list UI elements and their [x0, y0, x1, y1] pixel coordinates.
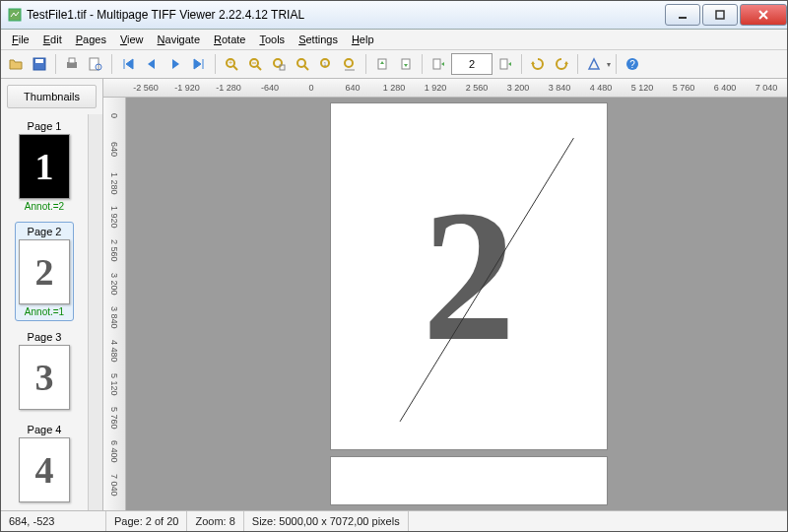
thumbnail-image: 1 [19, 134, 70, 199]
goto-page-icon[interactable] [427, 53, 449, 75]
menubar: File Edit Pages View Navigate Rotate Too… [1, 30, 787, 50]
trial-line-icon [331, 103, 607, 449]
help-icon[interactable]: ? [622, 53, 643, 75]
print-preview-icon[interactable] [85, 53, 106, 75]
page-number-input[interactable] [451, 53, 492, 75]
status-coords: 684, -523 [1, 511, 106, 531]
separator [521, 54, 522, 74]
separator [577, 54, 578, 74]
zoom-region-icon[interactable] [268, 53, 290, 75]
next-page-icon[interactable] [164, 53, 186, 75]
page-up-icon[interactable] [371, 53, 393, 75]
thumbnail[interactable]: Page 22Annot.=1 [15, 222, 74, 321]
page-preview[interactable]: 2 [330, 102, 608, 450]
status-page: Page: 2 of 20 [106, 511, 187, 531]
open-icon[interactable] [5, 53, 27, 75]
body: Thumbnails Page 11Annot.=2Page 22Annot.=… [1, 79, 787, 510]
close-button[interactable] [740, 4, 787, 26]
separator [422, 54, 423, 74]
thumbnail-image: 3 [19, 345, 70, 410]
prev-page-icon[interactable] [141, 53, 163, 75]
status-zoom: Zoom: 8 [187, 511, 243, 531]
svg-rect-26 [433, 59, 440, 69]
rotate-left-icon[interactable] [527, 53, 549, 75]
sidebar: Thumbnails Page 11Annot.=2Page 22Annot.=… [1, 79, 103, 510]
menu-file[interactable]: File [5, 32, 36, 47]
thumbnail-image: 2 [19, 239, 70, 304]
separator [365, 54, 366, 74]
svg-line-12 [233, 66, 237, 70]
zoom-actual-icon[interactable]: 1 [315, 53, 337, 75]
ruler-vertical: 06401 2801 9202 5603 2003 8404 4805 1205… [103, 98, 126, 510]
status-size: Size: 5000,00 x 7072,00 pixels [244, 511, 409, 531]
svg-text:?: ? [629, 59, 635, 70]
svg-line-30 [400, 138, 573, 422]
svg-point-17 [274, 59, 282, 67]
svg-rect-27 [500, 59, 507, 69]
titlebar[interactable]: TestFile1.tif - Multipage TIFF Viewer 2.… [1, 1, 787, 30]
ruler-horizontal: -2 560-1 920-1 280-64006401 2801 9202 56… [103, 79, 787, 98]
separator [616, 54, 617, 74]
zoom-out-icon[interactable] [244, 53, 266, 75]
separator [215, 54, 216, 74]
svg-point-23 [345, 59, 353, 67]
zoom-width-icon[interactable] [339, 53, 361, 75]
thumbnails-header[interactable]: Thumbnails [7, 85, 97, 108]
svg-line-20 [304, 66, 308, 70]
thumbnail-annot: Annot.=1 [19, 306, 70, 317]
svg-rect-2 [716, 11, 724, 19]
toolbar: + 1 ▾ ? [1, 50, 787, 79]
statusbar: 684, -523 Page: 2 of 20 Zoom: 8 Size: 50… [1, 510, 787, 531]
thumbnail-label: Page 4 [19, 424, 70, 435]
menu-view[interactable]: View [113, 32, 151, 47]
separator [111, 54, 112, 74]
sidebar-scrollbar[interactable] [88, 114, 102, 510]
page-down-icon[interactable] [395, 53, 417, 75]
svg-rect-6 [35, 59, 43, 63]
app-icon [7, 7, 23, 23]
thumbnail[interactable]: Page 33 [15, 327, 74, 414]
menu-help[interactable]: Help [345, 32, 381, 47]
svg-point-19 [297, 59, 305, 67]
thumbnails-list[interactable]: Page 11Annot.=2Page 22Annot.=1Page 33Pag… [1, 114, 88, 510]
last-page-icon[interactable] [188, 53, 210, 75]
menu-tools[interactable]: Tools [252, 32, 292, 47]
thumbnail-label: Page 2 [19, 226, 70, 237]
zoom-fit-icon[interactable] [292, 53, 313, 75]
canvas[interactable]: 2 [126, 98, 787, 510]
minimize-button[interactable] [665, 4, 700, 26]
thumbnail-image: 4 [19, 437, 70, 502]
thumbnail-label: Page 3 [19, 331, 70, 343]
rotate-right-icon[interactable] [551, 53, 572, 75]
thumbnail[interactable]: Page 11Annot.=2 [15, 116, 74, 216]
first-page-icon[interactable] [117, 53, 139, 75]
menu-edit[interactable]: Edit [36, 32, 69, 47]
menu-rotate[interactable]: Rotate [207, 32, 252, 47]
menu-settings[interactable]: Settings [292, 32, 345, 47]
svg-rect-8 [69, 58, 75, 63]
annotate-icon[interactable] [583, 53, 605, 75]
menu-navigate[interactable]: Navigate [151, 32, 207, 47]
next-page-peek[interactable] [330, 456, 608, 505]
app-window: TestFile1.tif - Multipage TIFF Viewer 2.… [0, 0, 788, 532]
zoom-in-icon[interactable]: + [221, 53, 242, 75]
thumbnail-label: Page 1 [19, 120, 70, 132]
thumbnail[interactable]: Page 44 [15, 420, 74, 506]
save-icon[interactable] [29, 53, 50, 75]
window-title: TestFile1.tif - Multipage TIFF Viewer 2.… [27, 8, 663, 22]
separator [55, 54, 56, 74]
svg-text:+: + [229, 59, 232, 66]
viewer: -2 560-1 920-1 280-64006401 2801 9202 56… [103, 79, 787, 510]
svg-line-15 [257, 66, 261, 70]
goto-page-go-icon[interactable] [494, 53, 516, 75]
maximize-button[interactable] [702, 4, 738, 26]
thumbnail-annot: Annot.=2 [19, 201, 70, 212]
print-icon[interactable] [61, 53, 83, 75]
menu-pages[interactable]: Pages [69, 32, 113, 47]
